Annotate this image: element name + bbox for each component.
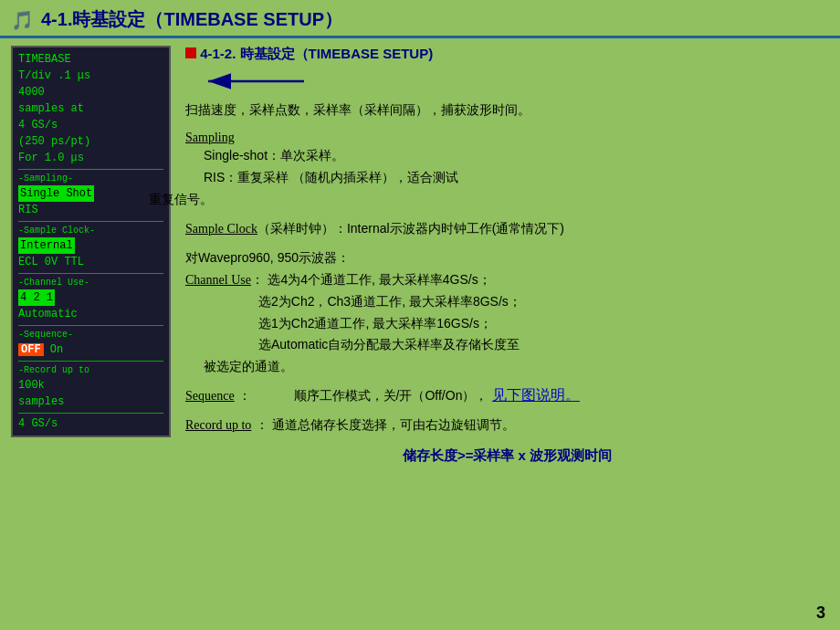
record-section: Record up to ： 通道总储存长度选择，可由右边旋钮调节。 [185, 415, 829, 436]
sequence-link[interactable]: 见下图说明。 [492, 387, 580, 403]
sampling-detail-1: Single-shot：单次采样。 [204, 145, 829, 167]
channel-1: 选1为Ch2通道工作, 最大采样率16GS/s； [258, 313, 829, 335]
channel-4: 选4为4个通道工作, 最大采样率4GS/s； [268, 272, 490, 287]
main-content: TIMEBASE T/div .1 μs 4000 samples at 4 G… [0, 38, 840, 623]
arrow-indicator [204, 72, 313, 94]
osc-sequence-group: -Sequence- OFF On [18, 325, 163, 358]
sample-clock-section: Sample Clock（采样时钟）：Internal示波器内时钟工作(通常情况… [185, 218, 829, 240]
sample-clock-term: Sample Clock [185, 222, 257, 236]
osc-on-label[interactable]: On [50, 343, 63, 356]
sequence-detail: 顺序工作模式，关/开（Off/On）， [294, 388, 488, 403]
osc-ecl-ttl: ECL 0V TTL [18, 254, 163, 270]
channel-use-term: Channel Use [185, 273, 251, 287]
header-title: 4-1.時基設定（TIMEBASE SETUP） [41, 7, 342, 32]
title-square-icon [185, 47, 196, 58]
osc-ris: RIS [18, 202, 163, 218]
main-description: 扫描速度，采样点数，采样率（采样间隔），捕获波形时间。 [185, 100, 829, 120]
osc-sampling-title: -Sampling- [18, 172, 163, 185]
record-detail: 通道总储存长度选择，可由右边旋钮调节。 [272, 417, 515, 432]
sequence-spaces: ： [238, 388, 289, 403]
wavepro-intro: 对Wavepro960, 950示波器： [185, 247, 829, 268]
emphasis-text: 储存长度>=采样率 x 波形观测时间 [185, 447, 829, 465]
channel-auto: 选Automatic自动分配最大采样率及存储长度至 [258, 334, 829, 356]
osc-sampling-group: -Sampling- Single Shot RIS [18, 169, 163, 218]
left-arrow-svg [204, 72, 313, 90]
osc-off-badge[interactable]: OFF [18, 343, 44, 356]
channel-use-colon: ： [251, 272, 264, 287]
osc-channel-title: -Channel Use- [18, 276, 163, 289]
osc-title: TIMEBASE [18, 51, 163, 68]
osc-channel-group: -Channel Use- 4 2 1 Automatic [18, 273, 163, 322]
osc-gs-rate-bottom: 4 GS/s [18, 413, 163, 432]
osc-rate: 4 GS/s [18, 117, 163, 133]
page-number: 3 [816, 604, 825, 623]
sampling-section: Sampling Single-shot：单次采样。 RIS：重复采样 （随机内… [185, 129, 829, 210]
sequence-section: Sequence ： 顺序工作模式，关/开（Off/On）， 见下图说明。 [185, 385, 829, 407]
osc-automatic: Automatic [18, 306, 163, 322]
osc-clock-group: -Sample Clock- Internal ECL 0V TTL [18, 221, 163, 270]
osc-display: TIMEBASE T/div .1 μs 4000 samples at 4 G… [11, 46, 171, 437]
sampling-detail-2: RIS：重复采样 （随机内插采样），适合测试 [204, 167, 829, 189]
osc-gs-rate: 4 GS/s [18, 415, 163, 432]
channel-2: 选2为Ch2，Ch3通道工作, 最大采样率8GS/s； [258, 291, 829, 313]
osc-record-title: -Record up to [18, 363, 163, 377]
osc-clock-title: -Sample Clock- [18, 224, 163, 237]
osc-panel: TIMEBASE T/div .1 μs 4000 samples at 4 G… [11, 46, 171, 615]
right-panel: 4-1-2. 時基設定（TIMEBASE SETUP) 扫描速度，采样点数，采样… [185, 46, 829, 615]
header-icon: 🎵 [11, 9, 34, 31]
sampling-content: Single-shot：单次采样。 RIS：重复采样 （随机内插采样），适合测试… [204, 145, 829, 210]
channel-selected: 被选定的通道。 [204, 356, 829, 378]
osc-record-unit: samples [18, 394, 163, 410]
osc-samples-at: samples at [18, 100, 163, 117]
osc-tdiv: T/div .1 μs [18, 68, 163, 84]
osc-internal[interactable]: Internal [18, 237, 75, 254]
record-term: Record up to [185, 418, 251, 432]
osc-channel-nums[interactable]: 4 2 1 [18, 289, 55, 306]
channel-use-section: 对Wavepro960, 950示波器： Channel Use： 选4为4个通… [185, 247, 829, 378]
sequence-term: Sequence [185, 389, 235, 403]
osc-record-value: 100k [18, 377, 163, 394]
sampling-detail-3: 重复信号。 [149, 189, 829, 211]
osc-pspt: (250 ps/pt) [18, 133, 163, 150]
page-header: 🎵 4-1.時基設定（TIMEBASE SETUP） [0, 0, 840, 38]
osc-for: For 1.0 μs [18, 150, 163, 166]
osc-samples: 4000 [18, 84, 163, 100]
osc-single-shot[interactable]: Single Shot [18, 185, 94, 202]
sample-clock-detail: （采样时钟）：Internal示波器内时钟工作(通常情况下) [257, 221, 564, 236]
osc-record-group: -Record up to 100k samples [18, 361, 163, 410]
record-detail-pre: ： [256, 417, 268, 432]
sampling-term: Sampling [185, 131, 235, 144]
sub-section-title: 4-1-2. 時基設定（TIMEBASE SETUP) [185, 46, 829, 63]
osc-sequence-title: -Sequence- [18, 328, 163, 341]
